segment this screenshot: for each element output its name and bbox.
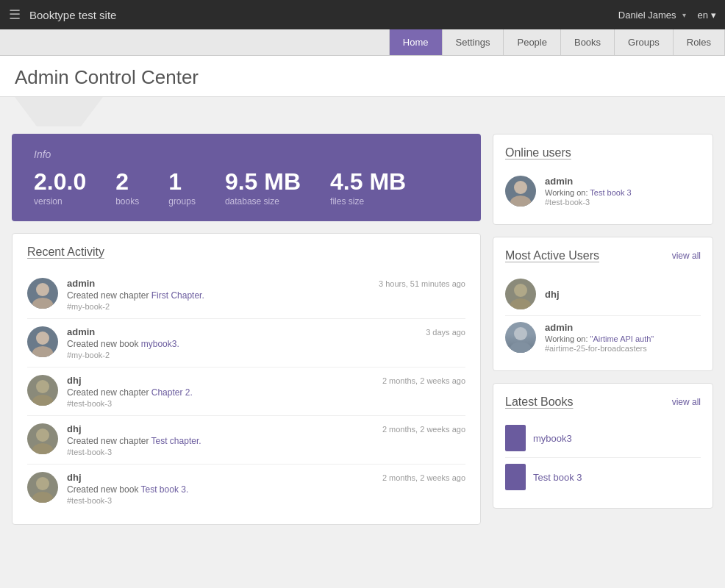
activity-link[interactable]: Chapter 2. (151, 387, 193, 398)
activity-header: dhj 2 months, 2 weeks ago (67, 472, 465, 483)
book-icon (505, 425, 526, 451)
db-size-value: 9.5 MB (225, 169, 301, 195)
online-user-item: admin Working on: Test book 3 #test-book… (505, 170, 701, 212)
stat-groups: 1 groups (168, 169, 196, 207)
language-selector[interactable]: en ▾ (698, 10, 716, 21)
working-on-link[interactable]: "Airtime API auth" (590, 334, 654, 343)
svg-point-1 (32, 298, 53, 309)
avatar (27, 472, 58, 503)
book-name[interactable]: Test book 3 (533, 472, 582, 483)
activity-header: dhj 2 months, 2 weeks ago (67, 375, 465, 386)
language-label: en (698, 10, 708, 21)
book-name[interactable]: mybook3 (533, 433, 572, 444)
activity-tag: #my-book-2 (67, 351, 465, 359)
version-sub: version (34, 196, 86, 207)
book-item: mybook3 (505, 419, 701, 458)
stat-db-size: 9.5 MB database size (225, 169, 301, 207)
activity-user: dhj (67, 423, 82, 434)
activity-link[interactable]: First Chapter. (151, 290, 204, 301)
user-tag: #airtime-25-for-broadcasters (545, 344, 654, 353)
svg-point-4 (36, 380, 49, 393)
user-info: admin Working on: Test book 3 #test-book… (545, 176, 632, 207)
activity-item: admin 3 hours, 51 minutes ago Created ne… (27, 270, 465, 319)
activity-header: admin 3 hours, 51 minutes ago (67, 278, 465, 289)
activity-user: admin (67, 326, 95, 337)
most-active-users-card: Most Active Users view all dhj admin Wor… (493, 237, 713, 371)
info-box: Info 2.0.0 version 2 books 1 groups 9.5 … (12, 134, 481, 221)
activity-time: 2 months, 2 weeks ago (382, 425, 465, 434)
user-info: admin Working on: "Airtime API auth" #ai… (545, 322, 654, 353)
book-icon (505, 464, 526, 490)
activity-header: admin 3 days ago (67, 326, 465, 337)
page-title: Admin Control Center (15, 66, 710, 89)
info-label: Info (34, 148, 459, 160)
avatar (27, 326, 58, 357)
svg-point-12 (514, 284, 527, 297)
main-content: Info 2.0.0 version 2 books 1 groups 9.5 … (0, 126, 725, 539)
activity-text: Created new book Test book 3. (67, 484, 465, 495)
activity-tag: #test-book-3 (67, 399, 465, 408)
working-on-link[interactable]: Test book 3 (590, 188, 631, 197)
stat-files-size: 4.5 MB files size (330, 169, 406, 207)
avatar (27, 375, 58, 406)
tab-people[interactable]: People (504, 29, 560, 55)
latest-books-card: Latest Books view all mybook3 Test book … (493, 383, 713, 509)
activity-item: dhj 2 months, 2 weeks ago Created new bo… (27, 465, 465, 512)
svg-point-14 (514, 327, 527, 340)
svg-point-2 (36, 331, 49, 345)
svg-point-13 (510, 298, 531, 309)
avatar (505, 279, 536, 309)
books-sub: books (115, 196, 139, 207)
tab-roles[interactable]: Roles (674, 29, 725, 55)
user-name: dhj (545, 289, 560, 300)
avatar (27, 278, 58, 309)
user-working-on: Working on: "Airtime API auth" (545, 334, 654, 343)
user-name: admin (545, 322, 654, 333)
activity-link[interactable]: Test chapter. (151, 436, 201, 446)
online-users-title: Online users (505, 146, 701, 159)
activity-item: admin 3 days ago Created new book mybook… (27, 319, 465, 368)
user-menu[interactable]: Daniel James ▾ (618, 10, 686, 21)
menu-icon[interactable]: ☰ (9, 7, 21, 23)
activity-time: 3 hours, 51 minutes ago (379, 279, 465, 288)
info-stats: 2.0.0 version 2 books 1 groups 9.5 MB da… (34, 169, 459, 207)
nav-tabs: Home Settings People Books Groups Roles (0, 29, 725, 56)
stat-version: 2.0.0 version (34, 169, 86, 207)
svg-point-10 (514, 181, 527, 194)
activity-link[interactable]: Test book 3. (141, 484, 189, 495)
svg-point-11 (510, 196, 531, 207)
avatar (505, 176, 536, 207)
activity-details: admin 3 days ago Created new book mybook… (67, 326, 465, 359)
tab-home[interactable]: Home (389, 29, 443, 55)
most-active-user-item: admin Working on: "Airtime API auth" #ai… (505, 316, 701, 359)
books-value: 2 (115, 169, 139, 195)
svg-point-6 (36, 429, 49, 442)
page-decoration (0, 97, 725, 126)
groups-sub: groups (168, 196, 196, 207)
latest-books-title: Latest Books (505, 395, 574, 409)
right-column: Online users admin Working on: Test book… (493, 134, 713, 525)
svg-point-3 (32, 346, 53, 357)
latest-books-view-all[interactable]: view all (672, 397, 701, 407)
activity-tag: #test-book-3 (67, 496, 465, 505)
user-dropdown-arrow: ▾ (682, 11, 686, 19)
recent-activity-title: Recent Activity (27, 245, 465, 259)
user-info: dhj (545, 289, 560, 300)
book-item: Test book 3 (505, 458, 701, 496)
activity-tag: #test-book-3 (67, 448, 465, 456)
activity-details: admin 3 hours, 51 minutes ago Created ne… (67, 278, 465, 311)
activity-text: Created new chapter Test chapter. (67, 436, 465, 446)
svg-point-0 (36, 283, 49, 296)
activity-tag: #my-book-2 (67, 302, 465, 311)
tab-books[interactable]: Books (561, 29, 615, 55)
most-active-view-all[interactable]: view all (672, 251, 701, 261)
activity-user: dhj (67, 375, 82, 386)
recent-activity-box: Recent Activity admin 3 hours, 51 minute… (12, 233, 481, 525)
activity-time: 2 months, 2 weeks ago (382, 376, 465, 385)
latest-books-title-row: Latest Books view all (505, 395, 701, 409)
activity-link[interactable]: mybook3. (141, 339, 179, 349)
page-header: Admin Control Center (0, 56, 725, 97)
tab-settings[interactable]: Settings (443, 29, 504, 55)
activity-details: dhj 2 months, 2 weeks ago Created new ch… (67, 375, 465, 408)
tab-groups[interactable]: Groups (615, 29, 674, 55)
